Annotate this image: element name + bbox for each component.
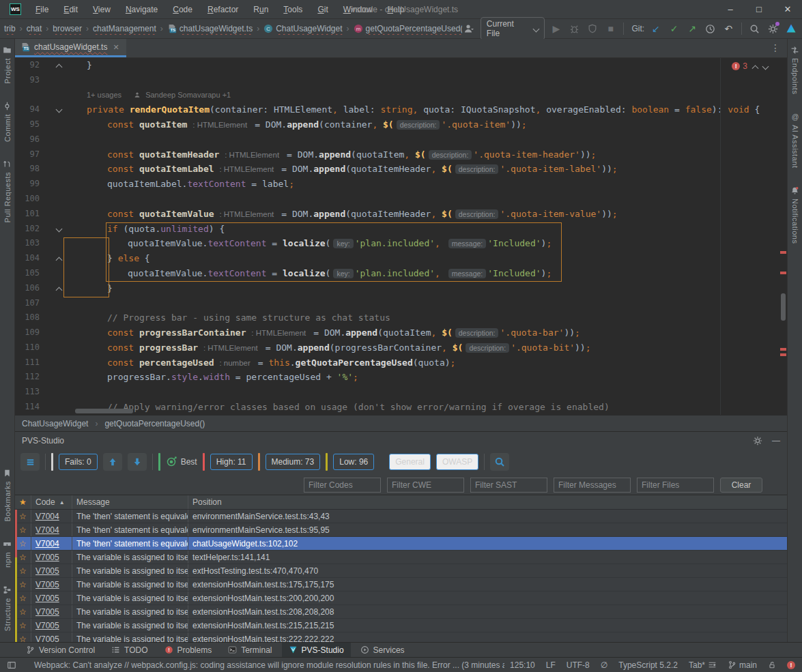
prev-warning-button[interactable] [103, 453, 122, 471]
warning-row[interactable]: ☆V7004The 'then' statement is equivalent… [15, 537, 787, 551]
highlighting-level-icon[interactable]: ∅ [601, 661, 607, 669]
tool-window-button-todo[interactable]: TODO [104, 643, 154, 657]
tool-stripe-structure[interactable]: Structure [3, 585, 12, 631]
minimize-button[interactable]: – [716, 0, 745, 18]
star-icon[interactable]: ☆ [15, 605, 31, 618]
warning-code-link[interactable]: V7004 [35, 539, 59, 549]
history-icon[interactable] [704, 22, 717, 35]
menu-navigate[interactable]: Navigate [119, 3, 164, 16]
fails-filter-button[interactable]: Fails: 0 [59, 454, 98, 470]
layout-widget-icon[interactable] [7, 660, 16, 670]
tool-stripe-commit[interactable]: Commit [3, 102, 12, 142]
star-column-header[interactable]: ★ [15, 495, 31, 509]
caret-position[interactable]: 125:10 [510, 660, 535, 670]
fold-marker-icon[interactable] [56, 64, 63, 71]
warning-row[interactable]: ☆V7005The variable is assigned to itself… [15, 619, 787, 632]
language-version[interactable]: TypeScript 5.2.2 [618, 660, 678, 670]
code-line-111[interactable]: 111const percentageUsed : number = this.… [15, 355, 787, 370]
warning-code-link[interactable]: V7005 [35, 621, 59, 630]
clear-filters-button[interactable]: Clear [720, 478, 762, 493]
warning-code-link[interactable]: V7005 [35, 594, 59, 603]
message-column-header[interactable]: Message [72, 495, 188, 509]
breadcrumb-item[interactable]: trib [1, 23, 18, 35]
error-stripe-mark[interactable] [780, 251, 786, 254]
best-warnings-button[interactable]: Best [166, 456, 197, 467]
code-line-113[interactable]: 113 [15, 385, 787, 400]
code-line-93[interactable]: 93 [15, 73, 787, 88]
code-editor[interactable]: 92}931+ usages Sandeep Somavarapu +194pr… [15, 58, 787, 415]
code-line-92[interactable]: 92} [15, 58, 787, 73]
menu-tools[interactable]: Tools [277, 3, 309, 16]
star-icon[interactable]: ☆ [15, 578, 31, 591]
status-message[interactable]: Webpack: Can't analyze // webpack.config… [34, 660, 504, 670]
fold-marker-icon[interactable] [56, 257, 63, 264]
code-line-98[interactable]: 98const quotaItemLabel : HTMLElement = D… [15, 162, 787, 177]
tool-stripe-notifications[interactable]: Notifications [790, 186, 799, 244]
code-line-94[interactable]: 94private renderQuotaItem(container: HTM… [15, 102, 787, 117]
severity-filter-medium[interactable]: Medium: 73 [266, 454, 321, 470]
menu-git[interactable]: Git [311, 3, 334, 16]
pvs-menu-button[interactable] [20, 453, 40, 471]
warning-code-link[interactable]: V7005 [35, 580, 59, 589]
code-column-header[interactable]: Code▲ [31, 495, 72, 509]
code-line-110[interactable]: 110const progressBar : HTMLElement = DOM… [15, 340, 787, 355]
code-line-96[interactable]: 96 [15, 132, 787, 147]
position-column-header[interactable]: Position [188, 495, 787, 509]
next-error-icon[interactable] [762, 63, 769, 70]
filter-cwe-input[interactable] [387, 478, 464, 493]
star-icon[interactable]: ☆ [15, 537, 31, 550]
tool-stripe-endpoints[interactable]: Endpoints [790, 46, 799, 94]
breadcrumb-item[interactable]: mgetQuotaPercentageUsed() [351, 23, 463, 35]
severity-filter-low[interactable]: Low: 96 [333, 454, 374, 470]
warning-row[interactable]: ☆V7004The 'then' statement is equivalent… [15, 523, 787, 537]
error-indicator-icon[interactable]: ! [787, 661, 795, 669]
breadcrumb-item[interactable]: chat [24, 23, 45, 35]
tool-stripe-pull-requests[interactable]: Pull Requests [3, 160, 12, 222]
code-line-105[interactable]: 105quotaItemValue.textContent = localize… [15, 266, 787, 281]
maximize-button[interactable]: □ [745, 0, 773, 18]
filter-messages-input[interactable] [554, 478, 631, 493]
run-button[interactable]: ▶ [549, 22, 563, 35]
usages-inlay[interactable]: 1+ usages [87, 88, 121, 103]
fold-marker-icon[interactable] [56, 287, 63, 293]
code-line-104[interactable]: 104} else { [15, 251, 787, 266]
run-config-select[interactable]: Current File [481, 17, 545, 40]
tab-close-icon[interactable]: ✕ [113, 43, 119, 52]
tool-window-button-pvs-studio[interactable]: PVS-Studio [282, 643, 351, 657]
filter-files-input[interactable] [637, 478, 714, 493]
tool-stripe-bookmarks[interactable]: Bookmarks [3, 469, 12, 522]
warning-row[interactable]: ☆V7004The 'then' statement is equivalent… [15, 510, 787, 523]
filter-sast-input[interactable] [470, 478, 547, 493]
webstorm-logo-icon[interactable]: WS [10, 3, 21, 15]
line-ending[interactable]: LF [546, 660, 556, 670]
warning-row[interactable]: ☆V7005The variable is assigned to itself… [15, 605, 787, 619]
code-line-99[interactable]: 99quotaItemLabel.textContent = label; [15, 177, 787, 192]
breadcrumb-item[interactable]: TSchatUsageWidget.ts [164, 23, 255, 35]
severity-filter-high[interactable]: High: 11 [210, 454, 253, 470]
warning-code-link[interactable]: V7005 [35, 566, 59, 576]
warning-code-link[interactable]: V7005 [35, 553, 59, 562]
user-avatar-icon[interactable] [462, 22, 476, 35]
author-inlay[interactable]: Sandeep Somavarapu +1 [134, 88, 231, 103]
pvs-search-button[interactable] [490, 453, 509, 471]
tool-window-button-problems[interactable]: !Problems [158, 643, 219, 657]
rollback-icon[interactable]: ↶ [722, 22, 736, 35]
star-icon[interactable]: ☆ [15, 510, 31, 523]
breadcrumb-class[interactable]: ChatUsageWidget [22, 419, 88, 428]
debug-button[interactable] [568, 22, 582, 35]
tab-chatusagewidget[interactable]: TS chatUsageWidget.ts ✕ [15, 39, 126, 57]
warning-row[interactable]: ☆V7005The variable is assigned to itself… [15, 564, 787, 578]
group-filter-owasp[interactable]: OWASP [436, 454, 478, 470]
stop-button[interactable]: ■ [604, 22, 618, 35]
tool-stripe-ai-assistant[interactable]: @AI Assistant [790, 112, 800, 168]
vertical-scrollbar[interactable] [781, 293, 786, 321]
star-icon[interactable]: ☆ [15, 619, 31, 632]
warning-row[interactable]: ☆V7005The variable is assigned to itself… [15, 551, 787, 564]
error-stripe-mark[interactable] [780, 348, 786, 351]
code-line-102[interactable]: 102if (quota.unlimited) { [15, 222, 787, 237]
tool-stripe-npm[interactable]: npm [3, 540, 12, 568]
code-line-101[interactable]: 101const quotaItemValue : HTMLElement = … [15, 207, 787, 222]
code-line-100[interactable]: 100 [15, 192, 787, 207]
star-icon[interactable]: ☆ [15, 551, 31, 564]
prev-error-icon[interactable] [752, 65, 759, 72]
